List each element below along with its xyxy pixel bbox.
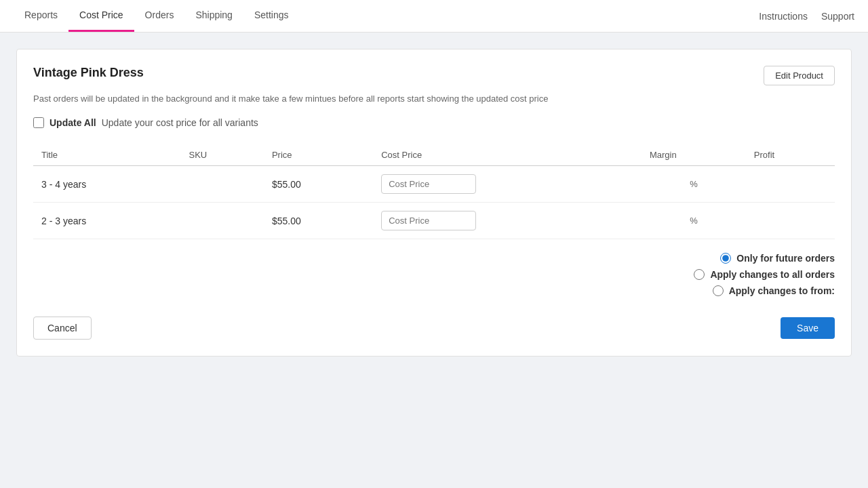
table-header-cost-price: Cost Price (373, 144, 642, 166)
nav-item-reports[interactable]: Reports (14, 0, 68, 32)
row-margin: % (642, 203, 746, 239)
nav-right-support[interactable]: Support (821, 11, 854, 22)
cost-price-input-1[interactable] (381, 211, 476, 230)
cost-price-input-0[interactable] (381, 174, 476, 194)
radio-label-only-future[interactable]: Only for future orders (736, 253, 835, 264)
table-row: 3 - 4 years$55.00% (33, 166, 835, 203)
card-footer: Cancel Save (33, 317, 835, 340)
nav-item-orders[interactable]: Orders (134, 0, 185, 32)
radio-only-future[interactable] (720, 253, 731, 264)
radio-option-apply-all: Apply changes to all orders (694, 269, 835, 280)
row-price: $55.00 (264, 203, 373, 239)
radio-label-apply-from[interactable]: Apply changes to from: (729, 285, 835, 296)
table-body: 3 - 4 years$55.00%2 - 3 years$55.00% (33, 166, 835, 239)
radio-option-apply-from: Apply changes to from: (713, 285, 835, 296)
update-all-row: Update All Update your cost price for al… (33, 117, 835, 128)
radio-apply-all[interactable] (694, 269, 705, 280)
row-sku (181, 203, 264, 239)
nav-item-shipping[interactable]: Shipping (184, 0, 243, 32)
nav-right: InstructionsSupport (759, 11, 854, 22)
card-header: Vintage Pink Dress Edit Product (33, 66, 835, 85)
table-header-title: Title (33, 144, 181, 166)
save-button[interactable]: Save (781, 317, 835, 339)
row-title: 3 - 4 years (33, 166, 181, 203)
variants-table-wrapper: TitleSKUPriceCost PriceMarginProfit 3 - … (33, 144, 835, 239)
row-profit (746, 166, 835, 203)
update-all-label[interactable]: Update All (50, 117, 96, 128)
product-title: Vintage Pink Dress (33, 66, 144, 80)
radio-section: Only for future ordersApply changes to a… (33, 253, 835, 296)
table-header-row: TitleSKUPriceCost PriceMarginProfit (33, 144, 835, 166)
nav-item-settings[interactable]: Settings (243, 0, 300, 32)
update-all-checkbox[interactable] (33, 117, 44, 128)
table-header-sku: SKU (181, 144, 264, 166)
cancel-button[interactable]: Cancel (33, 317, 92, 340)
nav-item-cost-price[interactable]: Cost Price (68, 0, 134, 32)
radio-option-only-future: Only for future orders (720, 253, 835, 264)
row-title: 2 - 3 years (33, 203, 181, 239)
row-profit (746, 203, 835, 239)
row-sku (181, 166, 264, 203)
row-cost-price (373, 166, 642, 203)
table-header-profit: Profit (746, 144, 835, 166)
nav-right-instructions[interactable]: Instructions (759, 11, 808, 22)
table-header: TitleSKUPriceCost PriceMarginProfit (33, 144, 835, 166)
main-content: Vintage Pink Dress Edit Product Past ord… (0, 33, 868, 373)
table-header-price: Price (264, 144, 373, 166)
row-margin: % (642, 166, 746, 203)
row-price: $55.00 (264, 166, 373, 203)
table-header-margin: Margin (642, 144, 746, 166)
navbar: ReportsCost PriceOrdersShippingSettings … (0, 0, 868, 33)
variants-table: TitleSKUPriceCost PriceMarginProfit 3 - … (33, 144, 835, 239)
update-all-description: Update your cost price for all variants (102, 117, 258, 128)
row-cost-price (373, 203, 642, 239)
product-card: Vintage Pink Dress Edit Product Past ord… (16, 49, 852, 357)
subtitle-text: Past orders will be updated in the backg… (33, 94, 835, 104)
edit-product-button[interactable]: Edit Product (764, 66, 835, 85)
radio-apply-from[interactable] (713, 285, 724, 296)
radio-label-apply-all[interactable]: Apply changes to all orders (710, 269, 835, 280)
nav-left: ReportsCost PriceOrdersShippingSettings (14, 0, 300, 32)
table-row: 2 - 3 years$55.00% (33, 203, 835, 239)
